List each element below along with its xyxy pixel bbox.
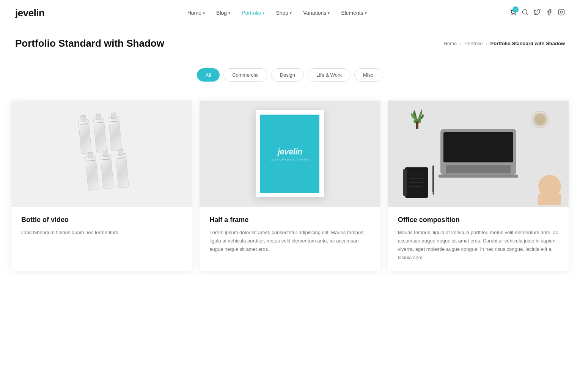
- chevron-down-icon: ▾: [365, 11, 367, 15]
- svg-point-2: [522, 9, 527, 14]
- svg-rect-12: [443, 132, 513, 162]
- card-desc-bottles: Cras bibendum finibus quam nec fermentum…: [21, 228, 182, 237]
- facebook-button[interactable]: [546, 9, 553, 17]
- header: jevelin Home ▾ Blog ▾ Portfolio ▾ Shop ▾…: [0, 0, 580, 26]
- card-desc-office: Mauris tempus, ligula at vehicula portti…: [398, 228, 559, 262]
- logo[interactable]: jevelin: [15, 7, 44, 19]
- nav-item-blog[interactable]: Blog ▾: [212, 7, 235, 19]
- svg-point-1: [515, 14, 516, 15]
- coffee-cup: [531, 110, 550, 131]
- breadcrumb-sep-2: ›: [486, 41, 487, 46]
- twitter-icon: [534, 9, 541, 16]
- chevron-down-icon: ▾: [228, 11, 230, 15]
- nav-item-portfolio[interactable]: Portfolio ▾: [237, 7, 269, 19]
- svg-rect-14: [446, 165, 511, 173]
- card-desc-frame: Lorem ipsum dolor sit amet, consectetur …: [209, 228, 370, 253]
- cart-button[interactable]: 0: [509, 9, 516, 17]
- hand: [534, 167, 565, 207]
- breadcrumb-sep-1: ›: [460, 41, 461, 46]
- chevron-down-icon: ▾: [290, 11, 292, 15]
- twitter-button[interactable]: [534, 9, 541, 17]
- chevron-down-icon: ▾: [203, 11, 205, 15]
- card-image-office: [388, 101, 569, 207]
- filter-design[interactable]: Design: [271, 68, 304, 82]
- bottle: [93, 118, 107, 153]
- card-title-frame: Half a frame: [209, 216, 370, 224]
- nav-item-home[interactable]: Home ▾: [183, 7, 209, 19]
- cart-badge: 0: [512, 6, 519, 13]
- svg-rect-13: [439, 175, 518, 178]
- filter-commercial[interactable]: Commercial: [223, 68, 267, 82]
- bottle: [115, 153, 129, 188]
- breadcrumb-home[interactable]: Home: [443, 41, 457, 46]
- frame-logo-text: jevelin: [278, 147, 302, 157]
- nav-item-shop[interactable]: Shop ▾: [271, 7, 296, 19]
- svg-rect-4: [559, 9, 564, 15]
- bottle: [85, 156, 99, 190]
- card-content-frame: Half a frame Lorem ipsum dolor sit amet,…: [200, 207, 380, 263]
- svg-point-10: [535, 114, 545, 125]
- laptop: [437, 125, 520, 180]
- frame-outer: jevelin WordPress Theme: [256, 110, 324, 197]
- office-scene: [388, 101, 569, 207]
- filter-life-work[interactable]: Life & Work: [308, 68, 351, 82]
- card-title-office: Office composition: [398, 216, 559, 224]
- filter-misc[interactable]: Misc.: [354, 68, 383, 82]
- card-title-bottles: Bottle of video: [21, 216, 182, 224]
- chevron-down-icon: ▾: [262, 11, 264, 15]
- svg-rect-24: [538, 194, 561, 205]
- svg-point-0: [512, 14, 512, 15]
- svg-rect-16: [403, 169, 407, 196]
- page-title: Portfolio Standard with Shadow: [15, 38, 164, 49]
- facebook-icon: [546, 9, 553, 16]
- card-image-bottles: [11, 101, 192, 207]
- nav-item-elements[interactable]: Elements ▾: [336, 7, 371, 19]
- nav-item-variations[interactable]: Variations ▾: [299, 7, 334, 19]
- breadcrumb-portfolio[interactable]: Portfolio: [465, 41, 483, 46]
- portfolio-grid: Bottle of video Cras bibendum finibus qu…: [0, 97, 580, 275]
- search-icon: [522, 9, 528, 16]
- portfolio-card-frame[interactable]: jevelin WordPress Theme Half a frame Lor…: [200, 101, 380, 271]
- instagram-button[interactable]: [558, 9, 565, 17]
- portfolio-card-office[interactable]: Office composition Mauris tempus, ligula…: [388, 101, 569, 271]
- svg-marker-22: [432, 193, 434, 196]
- portfolio-card-bottles[interactable]: Bottle of video Cras bibendum finibus qu…: [11, 101, 192, 271]
- svg-rect-7: [416, 121, 418, 129]
- bottle: [78, 119, 92, 154]
- breadcrumb-section: Portfolio Standard with Shadow Home › Po…: [0, 26, 580, 57]
- filter-all[interactable]: All: [197, 68, 220, 82]
- svg-rect-21: [432, 165, 434, 193]
- card-image-frame: jevelin WordPress Theme: [200, 101, 380, 207]
- frame-logo-sub: WordPress Theme: [270, 158, 309, 161]
- search-button[interactable]: [522, 9, 528, 17]
- nav-icons: 0: [509, 9, 565, 17]
- bottle: [108, 116, 122, 151]
- pen: [432, 165, 435, 197]
- notebook: [403, 167, 428, 199]
- card-content-office: Office composition Mauris tempus, ligula…: [388, 207, 569, 271]
- svg-line-3: [526, 13, 527, 14]
- instagram-icon: [558, 9, 565, 16]
- frame-inner: jevelin WordPress Theme: [260, 115, 319, 193]
- card-content-bottles: Bottle of video Cras bibendum finibus qu…: [11, 207, 192, 246]
- breadcrumb: Home › Portfolio › Portfolio Standard wi…: [443, 41, 565, 46]
- bottle: [101, 154, 114, 189]
- chevron-down-icon: ▾: [328, 11, 330, 15]
- filter-section: All Commercial Design Life & Work Misc.: [0, 57, 580, 97]
- plant: [407, 108, 428, 132]
- main-nav: Home ▾ Blog ▾ Portfolio ▾ Shop ▾ Variati…: [183, 7, 371, 19]
- breadcrumb-current: Portfolio Standard with Shadow: [490, 41, 565, 46]
